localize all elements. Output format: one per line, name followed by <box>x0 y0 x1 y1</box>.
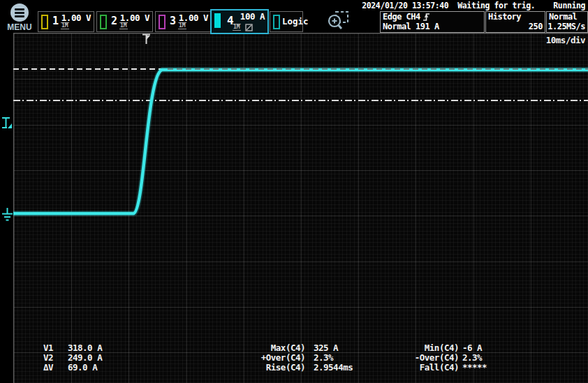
channel3-scale-value: 1.00 V <box>179 13 208 23</box>
trigger-detail-label: Normal 191 A <box>383 22 439 31</box>
min-c4-label: Min(C4) <box>402 343 459 352</box>
datetime-label: 2024/01/20 13:57:40 <box>362 1 448 10</box>
zoom-search-icon[interactable] <box>325 9 353 32</box>
channel4-probe-icon <box>245 24 253 31</box>
channel2-number: 2 <box>111 15 117 27</box>
logic-color-bar <box>273 15 280 29</box>
channel4-impedance-icon: 1M <box>233 24 241 31</box>
logic-label: Logic <box>282 16 309 27</box>
ch4-ground-marker[interactable] <box>1 207 13 224</box>
fall-c4-value: ***** <box>462 363 487 372</box>
rising-edge-icon <box>422 13 430 22</box>
max-c4-value: 325 A <box>314 343 338 352</box>
status-line: 2024/01/20 13:57:40 Waiting for trig. Ru… <box>222 1 585 10</box>
channel1-scale-value: 1.00 V <box>61 13 91 23</box>
neg-over-c4-value: 2.3% <box>462 353 482 362</box>
cursor-v1-value: 318.0 A <box>68 343 102 352</box>
channel3-color-bar <box>159 15 166 29</box>
cursor-delta-value: 69.0 A <box>68 363 97 372</box>
logic-button[interactable]: Logic <box>270 11 303 32</box>
channel1-color-bar <box>41 15 48 29</box>
trigger-settings-box[interactable]: Edge CH4 Normal 191 A <box>380 11 485 33</box>
min-c4-value: -6 A <box>462 343 482 352</box>
trigger-mode-label: Edge CH4 <box>383 12 420 22</box>
channel4-color-bar <box>214 13 221 28</box>
sample-rate-label: 1.25MS/s <box>547 22 585 31</box>
oscilloscope-screen: 10ms/div MENU 1 1.00 V 1M 2 1.00 V 1M 3 … <box>0 0 588 383</box>
channel1-number: 1 <box>52 15 59 27</box>
channel3-impedance-icon: 1M <box>178 22 186 29</box>
cursor-delta-label: ΔV <box>43 363 53 372</box>
history-box[interactable]: History 250 <box>485 11 545 33</box>
cursor-v2-label: V2 <box>43 353 53 362</box>
pos-over-c4-label: +Over(C4) <box>248 353 305 362</box>
acquisition-mode-label: Normal <box>549 12 577 22</box>
pos-over-c4-value: 2.3% <box>314 353 333 362</box>
rise-c4-value: 2.9544ms <box>314 363 353 372</box>
max-c4-label: Max(C4) <box>248 343 305 352</box>
acquisition-box[interactable]: Normal 1.25MS/s <box>546 11 588 33</box>
history-label: History <box>488 12 521 22</box>
run-status-label: Running <box>553 1 585 10</box>
trigger-position-marker[interactable] <box>142 33 152 45</box>
cursor-v1-line[interactable] <box>13 68 588 70</box>
cursor-v2-value: 249.0 A <box>68 353 102 362</box>
history-count: 250 <box>529 22 543 31</box>
hamburger-icon <box>10 3 29 22</box>
channel4-scale-value: 100 A <box>240 11 265 22</box>
channel4-button-selected[interactable]: 4 100 A 1M <box>210 9 269 34</box>
top-toolbar: MENU 1 1.00 V 1M 2 1.00 V 1M 3 1.00 V 1M… <box>0 0 588 33</box>
timebase-label: 10ms/div <box>546 35 585 45</box>
channel1-button[interactable]: 1 1.00 V 1M <box>38 11 94 32</box>
rise-c4-label: Rise(C4) <box>248 363 305 372</box>
channel2-impedance-icon: 1M <box>119 22 128 29</box>
channel3-button[interactable]: 3 1.00 V 1M <box>155 11 212 32</box>
channel1-impedance-icon: 1M <box>61 22 69 29</box>
trigger-level-marker[interactable] <box>1 117 13 130</box>
waveform-display-area <box>13 33 588 383</box>
cursor-v2-line[interactable] <box>13 100 588 101</box>
menu-label: MENU <box>4 22 35 32</box>
channel2-button[interactable]: 2 1.00 V 1M <box>96 11 153 32</box>
channel2-scale-value: 1.00 V <box>120 13 149 23</box>
fall-c4-label: Fall(C4) <box>402 363 459 372</box>
cursor-v1-label: V1 <box>43 343 53 352</box>
channel3-number: 3 <box>170 15 176 27</box>
channel2-color-bar <box>100 15 107 29</box>
menu-button[interactable]: MENU <box>4 2 35 33</box>
neg-over-c4-label: -Over(C4) <box>402 353 459 362</box>
trigger-status-label: Waiting for trig. <box>457 1 535 10</box>
